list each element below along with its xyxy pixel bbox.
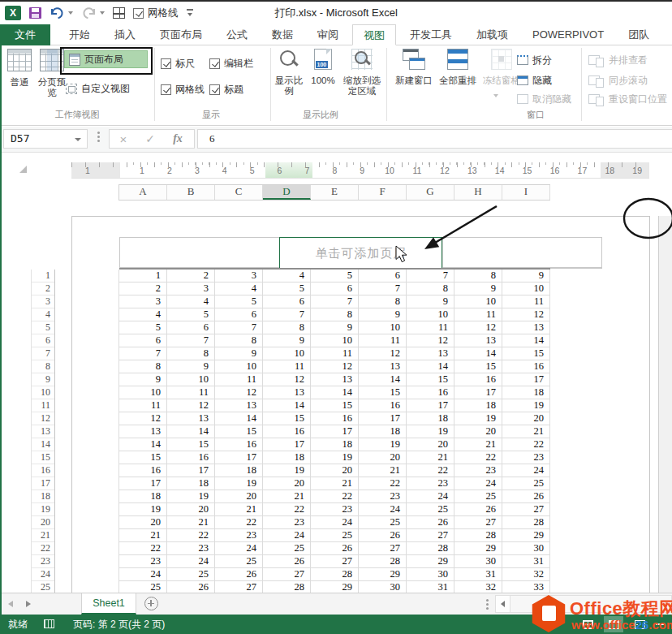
name-box[interactable]: D57 <box>3 129 88 149</box>
cell[interactable]: 16 <box>407 386 454 399</box>
row-header-1[interactable]: 1 <box>32 270 54 282</box>
cell[interactable]: 25 <box>263 542 311 555</box>
cell[interactable]: 32 <box>454 581 502 593</box>
cancel-icon[interactable]: × <box>110 132 137 146</box>
cell[interactable]: 28 <box>263 581 311 593</box>
cell[interactable]: 20 <box>359 451 407 464</box>
checkbox-标尺[interactable]: 标尺 <box>161 57 195 71</box>
cell[interactable]: 19 <box>119 503 167 516</box>
cell[interactable]: 25 <box>311 529 359 542</box>
redo-icon[interactable] <box>81 7 97 19</box>
cell[interactable]: 30 <box>502 542 550 555</box>
row-header-7[interactable]: 7 <box>32 347 54 360</box>
cell[interactable]: 15 <box>263 412 311 425</box>
new-window-button[interactable]: 新建窗口 <box>391 49 437 86</box>
row-header-10[interactable]: 10 <box>32 386 54 399</box>
cell[interactable]: 3 <box>215 270 263 282</box>
cell[interactable]: 19 <box>502 399 550 412</box>
cell[interactable]: 5 <box>167 308 215 321</box>
cell[interactable]: 26 <box>167 581 215 593</box>
row-header-2[interactable]: 2 <box>32 282 54 295</box>
cell[interactable]: 13 <box>311 373 359 386</box>
cell[interactable]: 14 <box>167 425 215 438</box>
cell[interactable]: 26 <box>263 555 311 568</box>
cell[interactable]: 4 <box>263 270 311 282</box>
tab-POWERPIVOT[interactable]: POWERPIVOT <box>522 24 614 45</box>
cell[interactable]: 17 <box>215 451 263 464</box>
cell[interactable]: 23 <box>119 555 167 568</box>
cell[interactable]: 11 <box>359 334 407 347</box>
row-header-12[interactable]: 12 <box>32 412 54 425</box>
zoom-100-button[interactable]: 100 100% <box>308 49 338 86</box>
cell[interactable]: 27 <box>502 503 550 516</box>
cell[interactable]: 5 <box>263 282 311 295</box>
cell[interactable]: 17 <box>119 477 167 490</box>
tab-数据[interactable]: 数据 <box>261 24 304 45</box>
tab-视图[interactable]: 视图 <box>352 24 396 45</box>
tab-团队[interactable]: 团队 <box>618 24 660 45</box>
cell[interactable]: 19 <box>454 412 502 425</box>
row-header-20[interactable]: 20 <box>32 516 54 529</box>
cell[interactable]: 14 <box>311 386 359 399</box>
cell[interactable]: 12 <box>407 334 454 347</box>
cell[interactable]: 23 <box>167 542 215 555</box>
row-header-15[interactable]: 15 <box>32 451 54 464</box>
unhide-button[interactable]: 取消隐藏 <box>513 90 575 108</box>
cell[interactable]: 19 <box>311 451 359 464</box>
cell[interactable]: 26 <box>407 516 454 529</box>
cell[interactable]: 9 <box>454 282 502 295</box>
cell[interactable]: 27 <box>215 581 263 593</box>
cell[interactable]: 18 <box>167 477 215 490</box>
column-header-B[interactable]: B <box>167 185 215 200</box>
cell[interactable]: 24 <box>167 555 215 568</box>
cell[interactable]: 15 <box>359 386 407 399</box>
cell[interactable]: 26 <box>215 568 263 581</box>
cell[interactable]: 22 <box>263 503 311 516</box>
cell[interactable]: 14 <box>119 438 167 451</box>
cell[interactable]: 1 <box>119 270 167 282</box>
cell[interactable]: 4 <box>167 295 215 308</box>
cell[interactable]: 4 <box>119 308 167 321</box>
cell[interactable]: 15 <box>502 347 550 360</box>
redo-dropdown[interactable] <box>100 11 105 15</box>
cell[interactable]: 16 <box>454 373 502 386</box>
cell[interactable]: 13 <box>359 360 407 373</box>
cell[interactable]: 18 <box>311 438 359 451</box>
freeze-panes-dropdown-icon[interactable] <box>493 94 498 97</box>
cell[interactable]: 28 <box>359 555 407 568</box>
cell[interactable]: 29 <box>454 542 502 555</box>
tab-开始[interactable]: 开始 <box>58 24 101 45</box>
tab-文件[interactable]: 文件 <box>0 24 50 45</box>
cell[interactable]: 13 <box>454 334 502 347</box>
cell[interactable]: 8 <box>215 334 263 347</box>
cell[interactable]: 13 <box>215 399 263 412</box>
cell[interactable]: 22 <box>407 464 454 477</box>
cell[interactable]: 20 <box>263 477 311 490</box>
split-button[interactable]: 拆分 <box>513 51 556 69</box>
checkbox-编辑栏[interactable]: 编辑栏 <box>209 57 253 71</box>
cell[interactable]: 26 <box>359 529 407 542</box>
cell[interactable]: 3 <box>119 295 167 308</box>
cell[interactable]: 28 <box>454 529 502 542</box>
cell[interactable]: 11 <box>167 386 215 399</box>
cell[interactable]: 22 <box>119 542 167 555</box>
gridlines-toggle[interactable]: 网格线 <box>133 6 179 20</box>
cell[interactable]: 4 <box>215 282 263 295</box>
cell[interactable]: 16 <box>311 412 359 425</box>
cell[interactable]: 29 <box>311 581 359 593</box>
page-header-area[interactable]: 单击可添加页眉 <box>119 237 602 268</box>
cell[interactable]: 16 <box>502 360 550 373</box>
cell[interactable]: 25 <box>454 490 502 503</box>
cell[interactable]: 24 <box>502 464 550 477</box>
custom-views-button[interactable]: 自定义视图 <box>62 80 151 97</box>
cell[interactable]: 8 <box>119 360 167 373</box>
cell[interactable]: 12 <box>215 386 263 399</box>
cell[interactable]: 27 <box>359 542 407 555</box>
insert-function-icon[interactable]: fx <box>163 132 192 145</box>
cell[interactable]: 11 <box>502 295 550 308</box>
cell[interactable]: 19 <box>407 425 454 438</box>
row-header-13[interactable]: 13 <box>32 425 54 438</box>
column-header-A[interactable]: A <box>119 185 167 200</box>
cell[interactable]: 29 <box>359 568 407 581</box>
qat-customize-icon[interactable] <box>187 8 195 18</box>
